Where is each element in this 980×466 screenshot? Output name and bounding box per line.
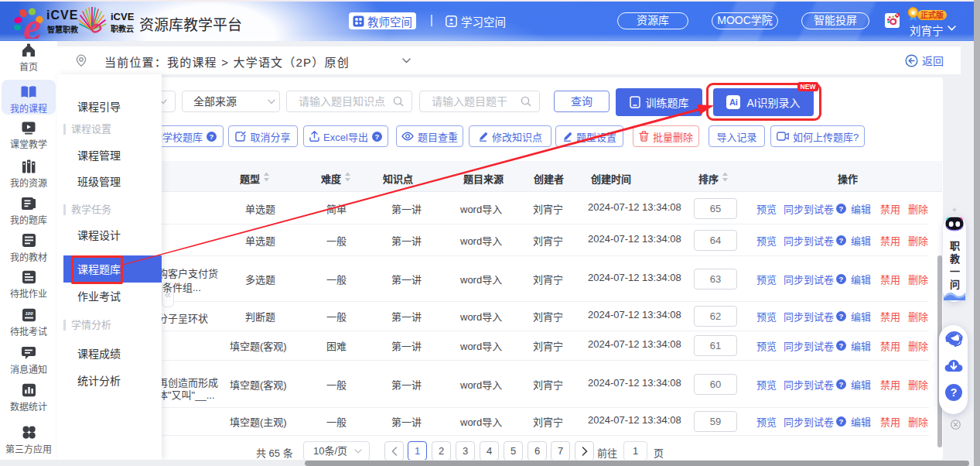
- svg-text:?: ?: [951, 386, 958, 399]
- svg-text:100: 100: [25, 311, 33, 316]
- svg-text:e: e: [23, 6, 41, 39]
